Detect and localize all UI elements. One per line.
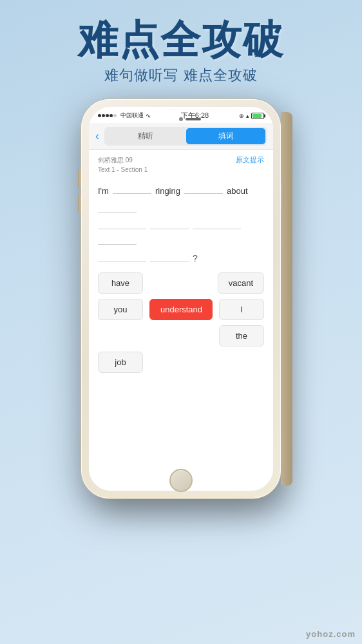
signal-dots: [98, 114, 117, 117]
question-mark: ?: [193, 253, 198, 263]
wifi-icon: ∿: [146, 112, 151, 119]
blank-6[interactable]: [193, 218, 241, 229]
volume-down-button: [78, 194, 81, 213]
word-chip-job[interactable]: job: [98, 352, 143, 373]
phone-mockup: 中国联通 ∿ 下午6:28 ⊕ ▴ ‹ 精听 填词: [0, 99, 362, 498]
back-button[interactable]: ‹: [95, 129, 99, 143]
power-button: [281, 183, 284, 209]
content-area: 剑桥雅思 09 Text 1 - Section 1 原文提示 I'm ring…: [89, 150, 273, 491]
signal-dot-1: [98, 114, 101, 117]
word-row-4: job: [98, 352, 264, 373]
camera-notch: [179, 117, 183, 121]
section-label: Text 1 - Section 1: [98, 165, 148, 175]
battery-indicator: [251, 113, 264, 119]
hero-subtitle: 难句做听写 难点全攻破: [0, 66, 362, 85]
sentence-area: I'm ringing about: [98, 182, 264, 263]
blank-2[interactable]: [184, 182, 223, 194]
blank-5[interactable]: [150, 218, 189, 229]
status-left: 中国联通 ∿: [98, 111, 151, 120]
section-info: 剑桥雅思 09 Text 1 - Section 1 原文提示: [98, 155, 264, 175]
signal-icon: ▴: [246, 113, 249, 119]
signal-dot-3: [106, 114, 109, 117]
phone-frame: 中国联通 ∿ 下午6:28 ⊕ ▴ ‹ 精听 填词: [81, 99, 281, 498]
word-row-2: you understand I: [98, 299, 264, 320]
word-row-1: have vacant: [98, 272, 264, 294]
word-ringing: ringing: [155, 186, 180, 197]
blank-4[interactable]: [98, 218, 146, 229]
word-chip-have[interactable]: have: [98, 272, 143, 294]
signal-dot-4: [110, 114, 113, 117]
word-chip-the[interactable]: the: [219, 325, 264, 346]
tab-jingting[interactable]: 精听: [106, 128, 185, 144]
status-right: ⊕ ▴: [239, 113, 264, 119]
signal-dot-2: [102, 114, 105, 117]
volume-up-button: [78, 170, 81, 188]
tab-tianci[interactable]: 填词: [186, 128, 265, 144]
sentence-line-1: I'm ringing about: [98, 182, 264, 213]
home-button[interactable]: [169, 469, 193, 492]
sentence-line-3: ?: [98, 250, 264, 263]
carrier-label: 中国联通: [120, 111, 144, 120]
blank-3[interactable]: [98, 201, 137, 213]
hero-title: 难点全攻破: [0, 18, 362, 62]
phone-screen: 中国联通 ∿ 下午6:28 ⊕ ▴ ‹ 精听 填词: [89, 107, 273, 491]
sentence-line-2: [98, 218, 264, 245]
book-title: 剑桥雅思 09: [98, 155, 148, 165]
blank-1[interactable]: [113, 182, 151, 194]
word-chip-i[interactable]: I: [219, 299, 264, 320]
top-navigation: ‹ 精听 填词: [89, 123, 273, 150]
word-buttons: have vacant you understand I the: [98, 272, 264, 373]
hero-section: 难点全攻破 难句做听写 难点全攻破: [0, 0, 362, 93]
word-chip-understand[interactable]: understand: [149, 299, 213, 320]
tab-group: 精听 填词: [104, 127, 267, 146]
watermark: yohoz.com: [306, 629, 356, 639]
word-chip-vacant[interactable]: vacant: [218, 272, 264, 294]
word-chip-you[interactable]: you: [98, 299, 143, 320]
blank-7[interactable]: [98, 233, 137, 245]
signal-dot-5: [113, 114, 117, 117]
hint-button[interactable]: 原文提示: [236, 155, 264, 165]
word-im: I'm: [98, 186, 109, 197]
section-text: 剑桥雅思 09 Text 1 - Section 1: [98, 155, 148, 175]
word-row-3: the: [98, 325, 264, 346]
blank-8[interactable]: [98, 250, 146, 261]
location-icon: ⊕: [239, 113, 244, 119]
battery-fill: [252, 114, 262, 118]
blank-9[interactable]: [150, 250, 189, 261]
word-about: about: [227, 186, 248, 197]
